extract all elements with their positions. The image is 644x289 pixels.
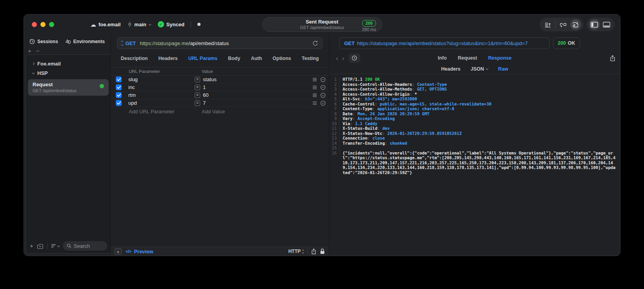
export-response-button[interactable] — [610, 55, 615, 62]
divider — [307, 249, 308, 254]
branch-selector[interactable]: main — [128, 21, 150, 27]
line-number: 10 — [332, 121, 339, 126]
reorder-handle-icon[interactable] — [312, 93, 317, 97]
history-button[interactable] — [348, 53, 360, 63]
reload-icon — [312, 40, 318, 46]
tab-request[interactable]: Request — [458, 55, 477, 61]
tree-item-hsp[interactable]: HSP — [26, 68, 110, 78]
param-value[interactable]: 7 — [203, 100, 312, 106]
protocol-select[interactable]: HTTP — [288, 249, 304, 254]
tab-headers[interactable]: Headers — [158, 56, 177, 61]
sort-filter-button[interactable] — [51, 244, 59, 248]
clock-icon — [29, 39, 35, 44]
param-value[interactable]: status — [203, 76, 312, 82]
response-status-box: 200 OK — [553, 37, 580, 49]
toggle-sidebar-button[interactable] — [589, 19, 600, 30]
search-placeholder: Search — [74, 243, 90, 249]
reorder-handle-icon[interactable] — [312, 78, 317, 82]
param-enabled-checkbox[interactable] — [116, 92, 122, 98]
param-name[interactable]: slug — [128, 76, 195, 82]
param-enabled-checkbox[interactable] — [116, 84, 122, 90]
preview-button[interactable]: </> Preview — [126, 249, 153, 254]
request-url-bar[interactable]: GET https://statuspage.me/api/embed/stat… — [117, 37, 323, 49]
param-value[interactable]: 1 — [203, 84, 312, 90]
add-request-button[interactable]: + — [30, 244, 33, 248]
request-list-item-selected[interactable]: Request GET /api/embed/status — [28, 79, 109, 96]
request-method[interactable]: GET — [126, 40, 136, 46]
lock-icon[interactable] — [320, 248, 325, 254]
new-folder-icon[interactable] — [37, 243, 44, 249]
subtab-raw[interactable]: Raw — [498, 66, 508, 72]
code-line: 12 X-Status-Now-Utc: 2026-01-26T20:29:59… — [332, 131, 616, 136]
param-name[interactable]: inc — [128, 84, 195, 90]
session-list-panel: Foe.email HSP Request GET /api/embed/sta… — [26, 55, 110, 254]
tab-response[interactable]: Response — [488, 55, 512, 61]
remove-param-icon[interactable] — [320, 77, 326, 82]
subtab-headers[interactable]: Headers — [441, 66, 460, 72]
param-name[interactable]: rtm — [128, 92, 195, 98]
remove-param-icon[interactable] — [320, 93, 326, 98]
sync-status[interactable]: ✓ Synced — [158, 21, 184, 27]
compare-sync-button[interactable] — [558, 19, 569, 30]
tab-body[interactable]: Body — [228, 56, 240, 61]
add-param-row[interactable]: Add URL Parameter Add Value — [111, 107, 329, 116]
toggle-bottom-panel-button[interactable] — [601, 19, 612, 30]
zoom-window-button[interactable] — [49, 22, 54, 27]
response-raw-view[interactable]: 1 HTTP/1.1 200 OK 2 Access-Control-Allow… — [329, 74, 620, 256]
reorder-handle-icon[interactable] — [312, 85, 317, 89]
status-code-badge: 200 — [362, 20, 376, 27]
tab-auth[interactable]: Auth — [251, 56, 262, 61]
search-input[interactable]: Search — [63, 241, 107, 251]
url-param-row[interactable]: rtm = 60 — [111, 91, 329, 99]
param-enabled-checkbox[interactable] — [116, 76, 122, 82]
subtab-json[interactable]: JSON — [471, 66, 488, 72]
remove-param-icon[interactable] — [320, 100, 326, 106]
tab-info[interactable]: Info — [438, 55, 447, 61]
request-item-subtitle: GET /api/embed/status — [33, 88, 105, 93]
sent-request-pill[interactable]: Sent Request GET /api/embed/status 200 2… — [262, 17, 382, 32]
sent-request-url-box[interactable]: GET https://statuspage.me/api/embed/stat… — [339, 37, 550, 49]
close-window-button[interactable] — [32, 22, 37, 27]
sidebar-tab-sessions[interactable]: Sessions — [29, 39, 58, 44]
search-icon — [67, 244, 71, 248]
select-chevrons-icon — [302, 250, 304, 253]
tree-item-foe-email[interactable]: Foe.email — [26, 59, 110, 68]
param-name[interactable]: upd — [128, 100, 195, 106]
remove-param-icon[interactable] — [320, 85, 326, 90]
divider — [47, 243, 47, 249]
code-line: 14 Transfer-Encoding: chunked — [332, 141, 616, 146]
tab-url-params[interactable]: URL Params — [188, 56, 217, 61]
add-param-name-placeholder[interactable]: Add URL Parameter — [129, 109, 202, 115]
tab-description[interactable]: Description — [121, 56, 148, 61]
reorder-handle-icon[interactable] — [312, 101, 317, 105]
add-param-value-placeholder[interactable]: Add Value — [202, 109, 225, 115]
minimize-window-button[interactable] — [40, 22, 46, 27]
param-value[interactable]: 60 — [203, 92, 312, 98]
project-selector[interactable]: ☁ foe.email — [90, 22, 120, 27]
tab-testing[interactable]: Testing — [302, 56, 319, 61]
import-export-button[interactable] — [570, 19, 581, 30]
export-list-button[interactable] — [542, 19, 553, 30]
url-param-row[interactable]: upd = 7 — [111, 99, 329, 107]
toolbar-group-actions — [540, 18, 584, 31]
history-forward-button[interactable]: › — [340, 55, 347, 62]
add-session-button[interactable]: + — [28, 49, 31, 53]
remove-session-button[interactable]: − — [36, 49, 40, 53]
url-param-row[interactable]: inc = 1 — [111, 84, 329, 91]
divider — [191, 21, 191, 27]
check-icon — [117, 102, 121, 105]
line-content: Cache-Control: public, max-age=15, stale… — [339, 102, 616, 107]
sidebar-tab-environments[interactable]: Environments — [65, 39, 105, 44]
resend-button[interactable] — [312, 40, 318, 46]
line-number: 4 — [332, 92, 339, 97]
url-param-row[interactable]: slug = status — [111, 76, 329, 84]
tab-options[interactable]: Options — [273, 56, 291, 61]
share-icon[interactable] — [311, 248, 316, 254]
equals-badge-icon: = — [195, 85, 200, 90]
history-back-button[interactable]: ‹ — [334, 55, 340, 62]
code-line: 16 {"incidents":null,"overall":{"code":"… — [332, 151, 616, 175]
chevron-down-icon — [148, 23, 151, 25]
param-enabled-checkbox[interactable] — [116, 100, 122, 106]
export-list-icon — [544, 21, 551, 28]
collapse-panel-button[interactable]: ▲ — [115, 248, 122, 254]
